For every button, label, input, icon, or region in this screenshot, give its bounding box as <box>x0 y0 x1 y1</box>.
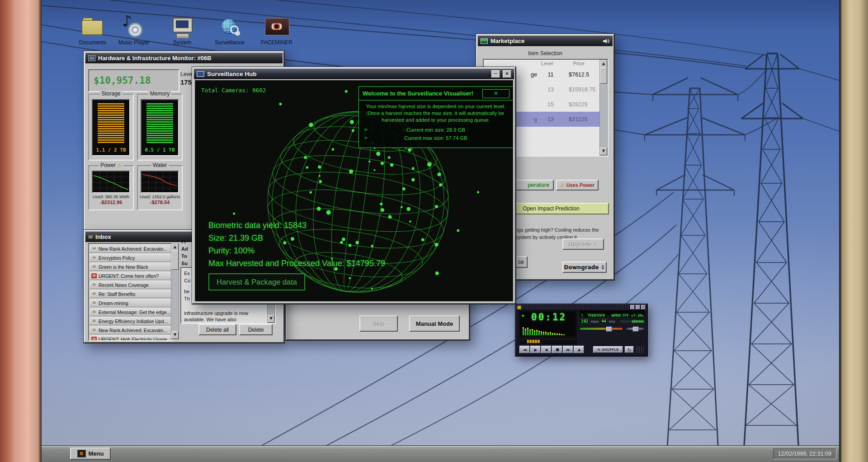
scroll-down-button[interactable]: ▼ <box>600 148 607 155</box>
storage-gauge: Storage 1.1 / 2 TB <box>88 94 134 161</box>
inbox-message[interactable]: ✉Recent News Coverage <box>90 281 171 289</box>
close-button[interactable]: × <box>641 305 646 310</box>
close-button[interactable]: × <box>503 70 511 78</box>
player-logo-icon <box>517 305 521 310</box>
seek-thumb[interactable] <box>527 339 540 343</box>
desktop-icon-system[interactable]: System <box>164 15 201 46</box>
envelope-icon: ✉ <box>91 328 97 333</box>
speaker-icon[interactable] <box>603 38 610 44</box>
stop-button[interactable]: ■ <box>552 346 562 353</box>
eject-button[interactable]: ▲ <box>574 346 584 353</box>
body-text-fragment: be <box>184 289 189 294</box>
pause-button[interactable]: ▮▮ <box>541 346 552 353</box>
volume-slider[interactable] <box>580 327 623 330</box>
menu-logo-icon: m <box>77 450 86 457</box>
item-level: 11 <box>541 71 561 78</box>
power-label: Power ⚠ <box>99 162 123 168</box>
dialog-body-line: harvested and added to your processing q… <box>363 117 509 124</box>
inbox-message[interactable]: ✉Green is the New Black <box>90 262 171 271</box>
track-title-marquee[interactable]: 1. TEKRIDER - WORKLIFE <3:48> <box>580 310 645 317</box>
balance-slider[interactable] <box>626 327 645 330</box>
shuffle-button[interactable]: ⇆ SHUFFLE <box>593 346 623 353</box>
prev-button[interactable]: ◀◀ <box>519 346 530 353</box>
spectrum-bar <box>527 328 528 335</box>
globe-magnifier-icon <box>218 15 241 37</box>
surveillance-hub-title-bar[interactable]: Surveillance Hub ─ × <box>194 69 514 79</box>
item-price: $15918.75 <box>561 86 600 93</box>
delete-button[interactable]: Delete <box>239 324 273 335</box>
welcome-dialog: Welcome to the Surveillance Visualiser! … <box>359 86 513 148</box>
storage-label: Storage <box>99 90 122 97</box>
min-size-value: Current min size: 28.9 GB <box>359 127 513 133</box>
body-text-fragment: Co <box>184 278 190 283</box>
manual-mode-button[interactable]: Manual Mode <box>409 315 460 332</box>
marketplace-scrollbar[interactable]: ▲ ▼ <box>599 60 608 156</box>
scroll-up-button[interactable]: ▲ <box>171 243 179 251</box>
desktop-icon-documents[interactable]: Documents <box>74 15 111 46</box>
uses-power-chip[interactable]: ⚠ Uses Power <box>556 180 599 191</box>
next-button[interactable]: ▶▶ <box>563 346 573 353</box>
surveillance-hub-icon <box>197 71 204 77</box>
crt-monitor: DocumentsMusic PlayerSystemSurveillanceF… <box>0 0 868 462</box>
inbox-message[interactable]: ✉URGENT: Come here often? <box>90 271 171 280</box>
envelope-icon: ✉ <box>91 291 97 296</box>
minimize-button[interactable] <box>630 305 635 310</box>
envelope-icon: ✉ <box>91 246 97 251</box>
menu-button[interactable]: m Menu <box>70 448 111 460</box>
marketplace-title-bar[interactable]: Marketplace <box>478 36 613 46</box>
level-value: 175 <box>180 78 192 86</box>
pylon-tower-a <box>645 78 745 462</box>
inbox-message[interactable]: ✉Energy Efficiency Initiative Upd... <box>90 317 171 325</box>
shuffle-icon: ⇆ <box>597 348 600 352</box>
resize-grip[interactable] <box>637 346 644 353</box>
water-label: Water <box>151 162 169 168</box>
inbox-title: Inbox <box>95 233 111 240</box>
inbox-message[interactable]: ✉External Message: Get the edge... <box>90 308 171 316</box>
item-level: 15 <box>541 101 561 108</box>
scroll-down-button[interactable]: ▼ <box>171 331 179 339</box>
upgrade-button[interactable]: Upgrade ⇧ <box>562 238 604 250</box>
min-size-row: > Current min size: 28.9 GB <box>359 127 513 133</box>
inbox-message[interactable]: ✉New Rank Achieved: Excavato... <box>90 326 171 334</box>
envelope-icon: ✉ <box>91 282 97 287</box>
spectrum-bar <box>545 332 547 335</box>
seek-bar[interactable] <box>519 339 577 344</box>
scroll-thumb[interactable] <box>600 67 607 84</box>
scroll-down-button[interactable]: ▼ <box>268 315 274 323</box>
inbox-message[interactable]: ✉Encryption Policy <box>90 253 171 262</box>
inbox-message[interactable]: ✉Re: Staff Benefits <box>90 290 171 298</box>
inbox-scrollbar[interactable]: ▲ ▼ <box>171 243 179 339</box>
spectrum-bar <box>559 333 560 335</box>
power-gauge: Power ⚠ Used: 380.35 MWh -$2312.96 <box>88 165 134 210</box>
inbox-message[interactable]: ✉Dream-mining <box>90 299 171 307</box>
inbox-message[interactable]: ✉URGENT: High Electricity Usage <box>90 335 171 341</box>
desktop-icon-label: System <box>173 40 191 46</box>
music-player-title-bar[interactable]: × <box>516 305 646 310</box>
message-subject: URGENT: Come here often? <box>99 273 159 279</box>
power-warning-icon: ⚠ <box>560 182 565 188</box>
minimize-button[interactable]: ─ <box>491 70 500 78</box>
hardware-monitor-icon <box>88 55 95 61</box>
taskbar-clock[interactable]: 12/02/1999, 22:31:09 <box>773 448 836 459</box>
harvest-package-button[interactable]: Harvest & Package data <box>208 273 305 291</box>
desktop-icon-surveillance[interactable]: Surveillance <box>211 15 248 46</box>
inbox-message[interactable]: ✉New Rank Achieved: Excavato... <box>90 244 171 253</box>
scroll-thumb[interactable] <box>171 251 179 270</box>
desktop-icon-faceminer[interactable]: FACEMINER <box>258 15 295 46</box>
scroll-up-button[interactable]: ▲ <box>600 60 607 68</box>
item-price: $21225 <box>561 116 600 123</box>
dialog-close-button[interactable]: × <box>482 89 509 98</box>
water-gauge: Water Used: 1352.0 gallons -$278.54 <box>137 165 183 210</box>
repeat-button[interactable]: ↻ <box>625 346 634 353</box>
shade-button[interactable] <box>636 305 640 310</box>
skip-button[interactable]: Skip <box>359 315 398 332</box>
downgrade-button[interactable]: Downgrade ⇩ <box>562 262 607 273</box>
desktop-icon-music-player[interactable]: Music Player <box>115 15 152 46</box>
envelope-icon: ✉ <box>91 319 97 324</box>
play-button[interactable]: ▶ <box>530 346 541 353</box>
envelope-icon: ✉ <box>91 300 97 305</box>
hardware-monitor-title-bar[interactable]: Hardware & Infrastructure Monitor: #06B <box>85 53 283 63</box>
delete-all-button[interactable]: Delete all <box>198 324 236 335</box>
cooling-info-line1: ngs getting high? Cooling reduces the <box>515 227 599 233</box>
memory-value: 0.5 / 1 TB <box>142 147 178 153</box>
